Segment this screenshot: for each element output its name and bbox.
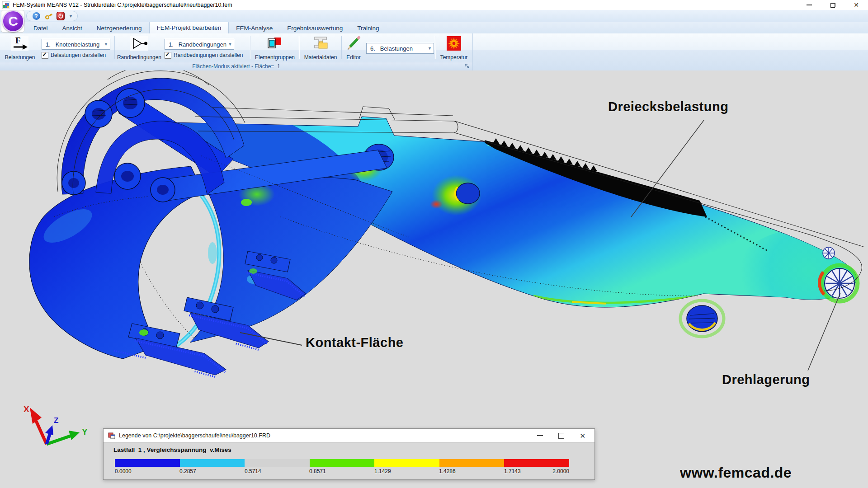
legend-body: Lastfall 1 , Vergleichsspannung v.Mises … [104,443,594,479]
pencil-icon [346,36,361,50]
legend-close-button[interactable]: ✕ [580,432,585,439]
title-bar: FEM-System MEANS V12 - Strukturdatei C:\… [0,0,868,10]
legend-minimize-button[interactable] [537,435,543,436]
drehlagerung-leader [808,293,840,371]
z-axis-label: Z [54,416,58,425]
scale-segment [310,459,375,467]
belastungen-button[interactable]: F Belastungen [3,34,37,61]
legend-maximize-button[interactable] [558,433,564,439]
chevron-down-icon: ▼ [102,42,110,47]
quick-access-toolbar: C ? [0,10,868,22]
window-title: FEM-System MEANS V12 - Strukturdatei C:\… [13,2,232,8]
legend-window-icon [108,432,115,439]
power-icon[interactable] [57,12,65,20]
chevron-down-icon: ▼ [426,46,434,51]
temperatur-button[interactable]: Temperatur [437,34,471,61]
lower-pin-hole [680,300,724,337]
legend-window-title: Legende von C:\projekte\baggerschaufel\n… [119,432,270,439]
element-groups-icon [267,36,283,50]
legend-window[interactable]: Legende von C:\projekte\baggerschaufel\n… [103,428,595,480]
application-window: FEM-System MEANS V12 - Strukturdatei C:\… [0,0,868,488]
checkbox-checked-icon: ✓ [42,52,48,59]
knotenbelastung-combobox[interactable]: 1. Knotenbelastung ▼ [42,39,110,50]
material-data-icon [313,36,328,50]
legend-caption: Lastfall 1 , Vergleichsspannung v.Mises [113,446,231,453]
elementgruppen-button[interactable]: Elementgruppen [251,34,298,61]
key-icon[interactable] [44,12,52,20]
watermark-femcad: www.femcad.de [680,465,792,481]
minimize-button[interactable] [797,0,821,10]
ribbon-group-caption: Flächen-Modus aktiviert - Fläche= 1 [0,62,472,70]
tab-ansicht[interactable]: Ansicht [55,23,90,33]
tab-datei[interactable]: Datei [26,23,55,33]
materialdaten-button[interactable]: Materialdaten [300,34,341,61]
mode-status-text: Flächen-Modus aktiviert - Fläche= 1 [192,63,280,70]
y-axis-label: Y [82,427,88,436]
stress-color-scale [115,459,569,467]
small-spoked-hub [823,247,835,259]
app-icon [2,1,9,9]
axis-triad: X Z Y [24,404,88,444]
dialog-launcher-icon[interactable] [464,63,470,69]
tab-ergebnisauswertung[interactable]: Ergebnisauswertung [280,23,350,33]
annotation-dreiecksbelastung: Dreiecksbelastung [608,99,728,114]
z-axis-arrow [45,425,53,435]
model-viewport[interactable]: X Z Y Dreiecksbelastung Kontakt-Fläche D… [0,70,868,488]
randbedingungen-combobox[interactable]: 1. Randbedingungen ▼ [165,39,234,50]
tab-training[interactable]: Training [350,23,386,33]
qat-dropdown-icon[interactable]: ▾ [70,14,72,19]
scale-segment [180,459,245,467]
scale-segment [115,459,180,467]
app-menu-button[interactable]: C [2,10,24,32]
editor-button[interactable]: Editor [343,34,364,61]
tab-fem-projekt-bearbeiten[interactable]: FEM-Projekt bearbeiten [149,22,229,33]
load-force-icon: F [11,36,28,51]
checkbox-checked-icon: ✓ [165,52,171,59]
svg-text:F: F [15,36,21,45]
restore-button[interactable] [821,0,844,10]
annotation-kontakt-flaeche: Kontakt-Fläche [306,335,403,350]
boundary-condition-icon [130,36,148,51]
tab-fem-analyse[interactable]: FEM-Analyse [229,23,280,33]
scale-segment [439,459,505,467]
legend-title-bar[interactable]: Legende von C:\projekte\baggerschaufel\n… [104,429,594,443]
ribbon: F Belastungen 1. Knotenbelastung ▼ ✓ Bel… [0,33,868,71]
x-axis-label: X [24,404,29,414]
scale-segment [245,459,310,467]
fem-model-canvas: X Z Y [0,70,868,488]
belastungen-nummer-combobox[interactable]: 6. Belastungen ▼ [366,43,434,54]
quick-access-pill: ? [26,11,78,21]
randbedingungen-button[interactable]: Randbedingungen [117,34,162,61]
y-axis-arrow [69,431,80,440]
pivot-bearing [820,265,858,301]
tab-netzgenerierung[interactable]: Netzgenerierung [90,23,149,33]
randbedingungen-darstellen-checkbox[interactable]: ✓ Randbedingungen darstellen [165,52,243,59]
scale-segment [504,459,569,467]
belastungen-darstellen-checkbox[interactable]: ✓ Belastungen darstellen [42,52,106,59]
scale-tick-labels: 0.0000 0.2857 0.5714 0.8571 1.1429 1.428… [115,468,569,475]
scale-segment [374,459,439,467]
temperature-sun-icon [446,36,462,51]
close-button[interactable]: ✕ [844,0,868,10]
chevron-down-icon: ▼ [226,42,234,47]
help-icon[interactable]: ? [32,12,40,20]
annotation-drehlagerung: Drehlagerung [722,372,810,387]
ribbon-tab-strip: Datei Ansicht Netzgenerierung FEM-Projek… [0,22,868,33]
